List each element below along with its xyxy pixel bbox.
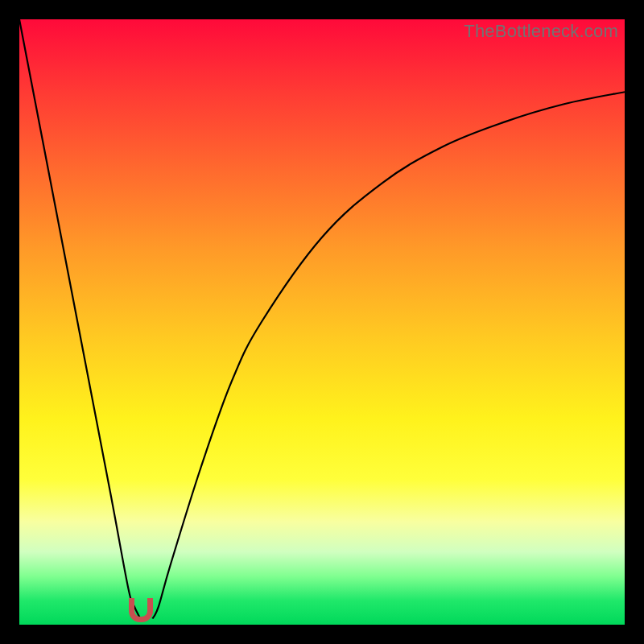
watermark-text: TheBottleneck.com (464, 21, 618, 42)
optimum-marker (129, 598, 153, 622)
plot-area: TheBottleneck.com (19, 19, 625, 625)
curve-path-right (152, 92, 625, 618)
bottleneck-curve (19, 19, 625, 625)
curve-path-left (19, 19, 140, 618)
